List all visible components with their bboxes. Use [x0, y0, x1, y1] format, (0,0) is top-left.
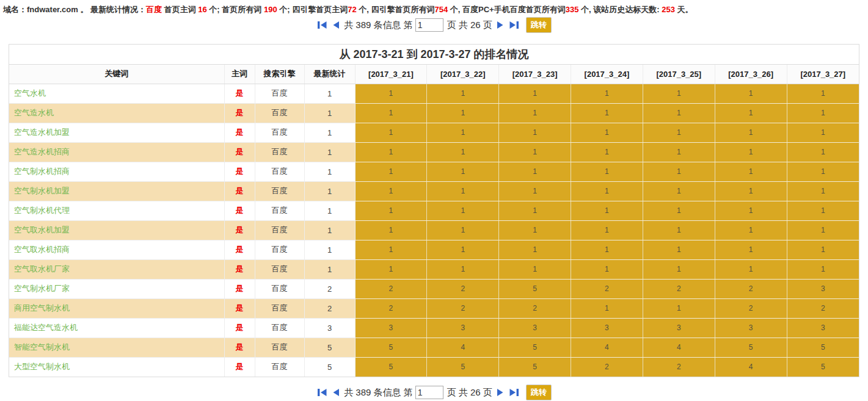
last-page-button[interactable]: [508, 388, 520, 397]
rank-cell: 2: [787, 298, 859, 318]
rank-cell: 1: [571, 220, 643, 240]
keyword-link[interactable]: 空气取水机加盟: [9, 220, 224, 240]
keyword-link[interactable]: 空气造水机加盟: [9, 123, 224, 142]
stat-label: 个, 四引擎首页所有词: [357, 5, 435, 14]
rank-cell: 2: [643, 279, 715, 298]
rank-cell: 1: [715, 123, 787, 142]
rank-cell: 1: [499, 162, 571, 181]
table-row: 空气制水机代理是百度11111111: [9, 201, 859, 220]
rank-cell: 4: [427, 338, 499, 357]
column-header: [2017_3_24]: [571, 65, 643, 84]
rank-cell: 1: [427, 123, 499, 142]
search-engine: 百度: [255, 201, 304, 220]
prev-page-button[interactable]: [332, 21, 340, 29]
rank-cell: 1: [643, 240, 715, 259]
keyword-link[interactable]: 智能空气制水机: [9, 338, 224, 357]
pagination-suffix: 页 共 26 页: [447, 387, 492, 399]
table-row: 空气取水机加盟是百度11111111: [9, 220, 859, 240]
rank-cell: 1: [355, 103, 427, 123]
rank-cell: 2: [643, 357, 715, 377]
keyword-link[interactable]: 空气造水机招商: [9, 142, 224, 162]
main-word-flag: 是: [224, 181, 255, 201]
rank-cell: 5: [787, 338, 859, 357]
rank-cell: 3: [787, 318, 859, 338]
keyword-link[interactable]: 空气制水机招商: [9, 162, 224, 181]
rank-cell: 1: [427, 220, 499, 240]
rank-cell: 3: [715, 318, 787, 338]
last-page-button[interactable]: [508, 21, 520, 29]
keyword-link[interactable]: 空气取水机招商: [9, 240, 224, 259]
prev-page-button[interactable]: [332, 388, 340, 397]
latest-rank: 1: [304, 123, 355, 142]
jump-button[interactable]: 跳转: [526, 17, 552, 33]
rank-cell: 1: [787, 220, 859, 240]
ranking-table: 关键词主词搜索引擎最新统计[2017_3_21][2017_3_22][2017…: [9, 65, 859, 377]
rank-cell: 1: [643, 220, 715, 240]
keyword-link[interactable]: 空气取水机厂家: [9, 259, 224, 279]
rank-cell: 1: [571, 298, 643, 318]
rank-cell: 1: [499, 84, 571, 103]
last-page-icon: [509, 21, 519, 29]
rank-cell: 1: [571, 84, 643, 103]
jump-button[interactable]: 跳转: [526, 385, 552, 400]
prev-page-icon: [332, 21, 340, 29]
rank-cell: 5: [787, 357, 859, 377]
rank-cell: 1: [643, 142, 715, 162]
column-header: [2017_3_23]: [499, 65, 571, 84]
page-number-input[interactable]: [415, 18, 443, 32]
latest-rank: 5: [304, 338, 355, 357]
rank-cell: 3: [499, 318, 571, 338]
rank-cell: 1: [427, 162, 499, 181]
latest-rank: 2: [304, 298, 355, 318]
column-header: 搜索引擎: [255, 65, 304, 84]
rank-cell: 2: [355, 298, 427, 318]
next-page-button[interactable]: [496, 21, 505, 29]
last-page-icon: [509, 388, 519, 397]
rank-cell: 1: [643, 259, 715, 279]
rank-cell: 2: [355, 279, 427, 298]
rank-cell: 5: [355, 338, 427, 357]
rank-cell: 1: [643, 103, 715, 123]
first-page-button[interactable]: [316, 388, 328, 397]
rank-cell: 2: [571, 279, 643, 298]
keyword-link[interactable]: 空气制水机代理: [9, 201, 224, 220]
search-engine: 百度: [255, 181, 304, 201]
rank-cell: 1: [499, 259, 571, 279]
rank-cell: 1: [715, 162, 787, 181]
rank-cell: 1: [355, 201, 427, 220]
stat-label: 个; 四引擎首页主词: [277, 5, 348, 14]
table-row: 空气造水机加盟是百度11111111: [9, 123, 859, 142]
next-page-button[interactable]: [496, 388, 505, 397]
rank-cell: 1: [787, 123, 859, 142]
first-page-button[interactable]: [316, 21, 328, 29]
rank-cell: 2: [427, 279, 499, 298]
rank-cell: 1: [427, 259, 499, 279]
rank-cell: 2: [571, 357, 643, 377]
search-engine: 百度: [255, 142, 304, 162]
keyword-link[interactable]: 空气造水机: [9, 103, 224, 123]
pagination-info: 共 389 条信息 第: [344, 20, 413, 31]
latest-rank: 1: [304, 259, 355, 279]
page-number-input[interactable]: [415, 386, 443, 399]
keyword-link[interactable]: 空气水机: [9, 84, 224, 103]
rank-cell: 1: [643, 181, 715, 201]
rank-cell: 1: [787, 259, 859, 279]
rank-cell: 3: [427, 318, 499, 338]
ranking-table-container: 从 2017-3-21 到 2017-3-27 的排名情况 关键词主词搜索引擎最…: [9, 44, 859, 377]
column-header: [2017_3_26]: [715, 65, 787, 84]
keyword-link[interactable]: 商用空气制水机: [9, 298, 224, 318]
rank-cell: 1: [355, 220, 427, 240]
keyword-link[interactable]: 大型空气制水机: [9, 357, 224, 377]
rank-cell: 2: [715, 298, 787, 318]
rank-cell: 1: [571, 142, 643, 162]
rank-cell: 1: [787, 201, 859, 220]
main-word-flag: 是: [224, 162, 255, 181]
keyword-link[interactable]: 空气制水机加盟: [9, 181, 224, 201]
latest-rank: 5: [304, 357, 355, 377]
keyword-link[interactable]: 福能达空气造水机: [9, 318, 224, 338]
keyword-link[interactable]: 空气制水机厂家: [9, 279, 224, 298]
main-word-flag: 是: [224, 201, 255, 220]
rank-cell: 1: [715, 84, 787, 103]
rank-cell: 5: [499, 357, 571, 377]
main-word-flag: 是: [224, 318, 255, 338]
